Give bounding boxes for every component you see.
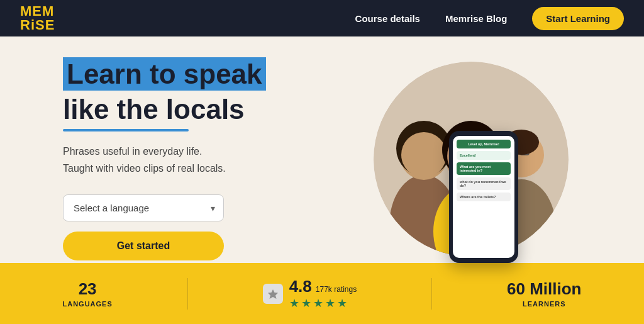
app-score: 4.8 (289, 277, 312, 296)
subtitle-line1: Phrases useful in everyday life. (63, 146, 202, 157)
start-learning-button[interactable]: Start Learning (532, 7, 624, 30)
app-score-row: 4.8 177k ratings (289, 277, 357, 296)
stat-divider-1 (187, 278, 188, 310)
nav-course-details[interactable]: Course details (355, 13, 420, 24)
star-5-half: ★ (337, 296, 347, 310)
hero-content: Learn to speak like the locals Phrases u… (63, 58, 365, 260)
phone-card-recommend: what do you recommend we do? (457, 177, 511, 190)
svg-point-4 (401, 132, 447, 177)
language-select[interactable]: Select a language Spanish French German … (63, 194, 224, 221)
hero-image: Level up, Memrise! Excellent! What are y… (365, 55, 594, 263)
logo-mem: MEM (20, 4, 55, 18)
subtitle-line2: Taught with video clips of real locals. (63, 163, 226, 174)
hero-section: Learn to speak like the locals Phrases u… (0, 36, 644, 263)
phone-mockup: Level up, Memrise! Excellent! What are y… (449, 131, 518, 263)
phone-card-toilets: Where are the toilets? (457, 193, 511, 201)
nav-blog[interactable]: Memrise Blog (445, 13, 507, 24)
main-nav: Course details Memrise Blog Start Learni… (355, 7, 624, 30)
hero-title: Learn to speak like the locals (63, 58, 365, 131)
language-select-wrapper: Select a language Spanish French German … (63, 194, 224, 221)
stat-languages: 23 LANGUAGES (62, 279, 112, 308)
stat-app-store: 4.8 177k ratings ★ ★ ★ ★ ★ (263, 277, 357, 310)
star-1: ★ (289, 296, 299, 310)
languages-label: LANGUAGES (62, 300, 112, 308)
app-store-svg (266, 287, 280, 301)
title-highlight: Learn to speak (63, 57, 266, 91)
star-2: ★ (301, 296, 311, 310)
logo-rise: RiSE (20, 18, 55, 32)
app-store-top-row: 4.8 177k ratings ★ ★ ★ ★ ★ (263, 277, 357, 310)
app-store-icon (263, 284, 283, 304)
title-plain: like the locals (63, 94, 365, 131)
stat-divider-2 (431, 278, 432, 310)
site-header: MEM RiSE Course details Memrise Blog Sta… (0, 0, 644, 36)
star-3: ★ (313, 296, 323, 310)
stat-learners: 60 Million LEARNERS (507, 279, 581, 308)
stats-bar: 23 LANGUAGES 4.8 177k ratings ★ ★ ★ (0, 263, 644, 324)
phone-screen: Level up, Memrise! Excellent! What are y… (453, 136, 514, 258)
app-score-group: 4.8 177k ratings ★ ★ ★ ★ ★ (289, 277, 357, 310)
phone-header-text: Level up, Memrise! (457, 140, 511, 148)
phone-card-excellent: Excellent! (457, 151, 511, 160)
languages-count: 23 (79, 279, 97, 299)
star-rating: ★ ★ ★ ★ ★ (289, 296, 357, 310)
star-4: ★ (325, 296, 335, 310)
app-ratings: 177k ratings (316, 285, 357, 294)
logo: MEM RiSE (20, 4, 55, 32)
learners-label: LEARNERS (523, 300, 566, 308)
hero-subtitle: Phrases useful in everyday life. Taught … (63, 143, 365, 177)
learners-count: 60 Million (507, 279, 581, 299)
get-started-button[interactable]: Get started (63, 232, 224, 260)
phone-card-interest: What are you most interested in? (457, 162, 511, 175)
